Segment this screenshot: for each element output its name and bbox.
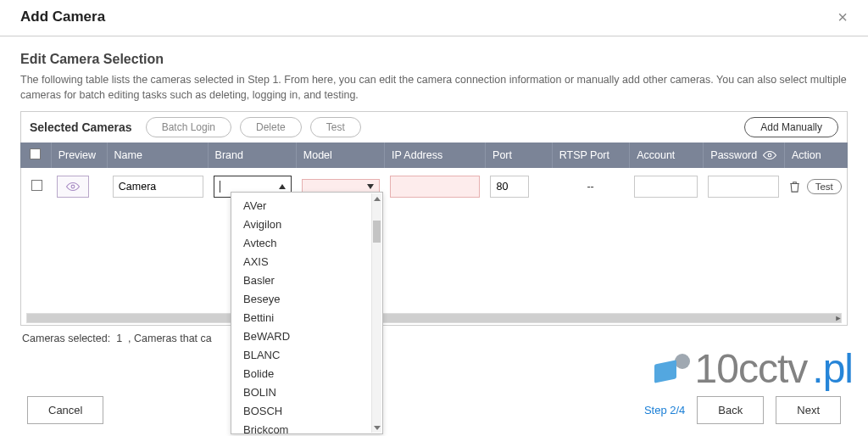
name-input[interactable] [113, 176, 203, 198]
brand-option[interactable]: Beseye [231, 289, 382, 308]
dropdown-scrollbar[interactable] [371, 193, 381, 433]
ip-address-input[interactable] [390, 176, 481, 198]
add-manually-button[interactable]: Add Manually [744, 117, 838, 137]
brand-option[interactable]: Avtech [231, 233, 382, 252]
brand-option[interactable]: Bolide [231, 364, 382, 383]
cameras-table: Preview Name Brand Model IP Address Port… [20, 143, 848, 168]
brand-option[interactable]: BOLIN [231, 383, 382, 401]
dialog-footer: Cancel Step 2/4 Back Next [0, 396, 868, 424]
account-input[interactable] [634, 176, 698, 198]
col-rtsp: RTSP Port [552, 143, 629, 168]
test-button[interactable]: Test [310, 117, 361, 137]
svg-point-1 [71, 185, 75, 188]
rtsp-port-value: -- [552, 168, 629, 205]
back-button[interactable]: Back [697, 396, 764, 424]
scroll-up-icon[interactable] [372, 193, 381, 204]
brand-dropdown-menu[interactable]: AVerAvigilonAvtechAXISBaslerBeseyeBettin… [231, 192, 383, 434]
brand-option[interactable]: BOSCH [231, 401, 382, 420]
col-model: Model [296, 143, 384, 168]
port-input[interactable] [490, 176, 529, 198]
watermark-logo-icon [653, 354, 690, 384]
col-action: Action [784, 143, 848, 168]
brand-option[interactable]: Brickcom [231, 420, 382, 433]
brand-option[interactable]: AXIS [231, 252, 382, 271]
col-account: Account [630, 143, 704, 168]
step-indicator: Step 2/4 [644, 404, 685, 416]
trash-icon[interactable] [789, 181, 800, 193]
brand-option[interactable]: BLANC [231, 345, 382, 364]
select-all-checkbox[interactable] [30, 148, 41, 159]
section-title: Edit Camera Selection [20, 52, 848, 67]
brand-option[interactable]: BeWARD [231, 327, 382, 345]
col-preview: Preview [51, 143, 107, 168]
eye-icon [65, 182, 81, 192]
col-brand: Brand [208, 143, 296, 168]
section-description: The following table lists the cameras se… [20, 72, 848, 103]
panel-label: Selected Cameras [30, 120, 132, 134]
status-line: Cameras selected: 1 , Cameras that ca [20, 326, 848, 351]
col-ip: IP Address [384, 143, 485, 168]
brand-option[interactable]: AVer [231, 196, 382, 215]
watermark: 10cctv.pl [653, 345, 853, 392]
col-password: Password [704, 143, 785, 168]
col-name: Name [107, 143, 208, 168]
password-input[interactable] [708, 176, 778, 198]
dialog-title: Add Camera [20, 8, 105, 25]
col-port: Port [486, 143, 553, 168]
next-button[interactable]: Next [776, 396, 841, 424]
svg-point-0 [768, 154, 771, 157]
panel-toolbar: Selected Cameras Batch Login Delete Test… [20, 111, 848, 143]
delete-button[interactable]: Delete [240, 117, 302, 137]
brand-option[interactable]: Basler [231, 271, 382, 289]
chevron-up-icon [279, 184, 286, 189]
eye-icon [762, 150, 777, 160]
horizontal-scrollbar[interactable]: ◄ ► [26, 313, 842, 323]
scroll-down-icon[interactable] [372, 422, 381, 433]
scroll-right-icon[interactable]: ► [834, 314, 843, 322]
close-icon[interactable]: × [837, 8, 848, 25]
row-test-button[interactable]: Test [807, 179, 842, 194]
brand-option[interactable]: Bettini [231, 308, 382, 327]
text-cursor-icon [220, 181, 220, 193]
table-row: -- Test [21, 168, 847, 205]
row-checkbox[interactable] [31, 180, 42, 191]
batch-login-button[interactable]: Batch Login [146, 117, 231, 137]
cancel-button[interactable]: Cancel [27, 396, 103, 424]
brand-option[interactable]: Avigilon [231, 215, 382, 233]
preview-button[interactable] [57, 176, 89, 198]
chevron-down-icon [367, 184, 374, 189]
